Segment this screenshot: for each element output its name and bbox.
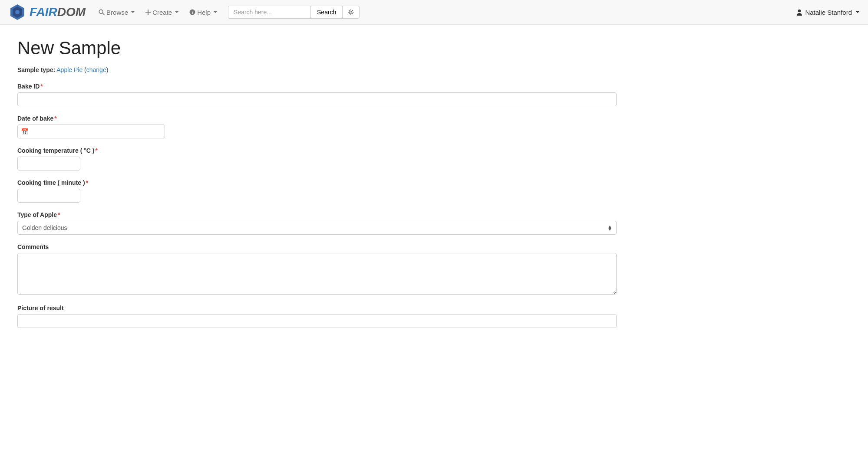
- comments-label: Comments: [17, 243, 617, 250]
- svg-point-3: [99, 10, 103, 13]
- nav-browse-label: Browse: [106, 9, 128, 16]
- type-of-apple-label: Type of Apple*: [17, 211, 617, 218]
- svg-line-15: [352, 13, 353, 14]
- date-of-bake-label: Date of bake*: [17, 115, 617, 122]
- cooking-temperature-label: Cooking temperature ( °C )*: [17, 147, 617, 154]
- field-cooking-time: Cooking time ( minute )*: [17, 179, 617, 203]
- cooking-time-input[interactable]: [17, 189, 80, 203]
- sample-type-label: Sample type:: [17, 66, 55, 73]
- required-marker: *: [96, 147, 98, 154]
- field-bake-id: Bake ID*: [17, 83, 617, 106]
- picture-of-result-input[interactable]: [17, 314, 617, 328]
- caret-down-icon: [856, 11, 859, 13]
- search-settings-button[interactable]: [342, 6, 360, 19]
- cooking-temperature-input[interactable]: [17, 157, 80, 170]
- search-group: Search: [228, 6, 360, 19]
- nav-create[interactable]: Create: [145, 9, 178, 16]
- nav-items: Browse Create i Help: [99, 9, 217, 16]
- field-type-of-apple: Type of Apple* Golden delicious ▲▼: [17, 211, 617, 235]
- bake-id-input[interactable]: [17, 92, 617, 106]
- type-of-apple-select[interactable]: Golden delicious: [17, 221, 617, 235]
- nav-create-label: Create: [152, 9, 172, 16]
- svg-line-14: [349, 10, 350, 11]
- gear-icon: [348, 9, 354, 15]
- required-marker: *: [54, 115, 56, 122]
- main-content: New Sample Sample type: Apple Pie (chang…: [0, 25, 634, 350]
- search-input[interactable]: [228, 6, 310, 19]
- caret-down-icon: [175, 11, 178, 13]
- search-button[interactable]: Search: [310, 6, 342, 19]
- user-menu[interactable]: Natalie Stanford: [796, 9, 859, 16]
- nav-help-label: Help: [197, 9, 211, 16]
- plus-icon: [145, 10, 151, 15]
- user-name: Natalie Stanford: [805, 9, 852, 16]
- sample-type-line: Sample type: Apple Pie (change): [17, 66, 617, 73]
- field-comments: Comments: [17, 243, 617, 296]
- field-picture-of-result: Picture of result: [17, 305, 617, 328]
- navbar: FAIRDOM Browse Create i Help Search: [0, 0, 868, 25]
- fairdom-logo-icon: [9, 3, 26, 21]
- caret-down-icon: [214, 11, 217, 13]
- svg-point-18: [798, 10, 801, 12]
- search-icon: [99, 9, 105, 15]
- svg-line-16: [349, 13, 350, 14]
- cooking-time-label: Cooking time ( minute )*: [17, 179, 617, 186]
- logo-link[interactable]: FAIRDOM: [9, 3, 86, 21]
- field-date-of-bake: Date of bake* 📅: [17, 115, 617, 138]
- svg-line-4: [102, 13, 104, 15]
- nav-help[interactable]: i Help: [189, 9, 217, 16]
- svg-point-2: [15, 10, 20, 14]
- bake-id-label: Bake ID*: [17, 83, 617, 90]
- caret-down-icon: [131, 11, 135, 13]
- required-marker: *: [86, 179, 88, 186]
- field-cooking-temperature: Cooking temperature ( °C )*: [17, 147, 617, 170]
- svg-point-9: [350, 11, 352, 13]
- logo-text-dom: DOM: [57, 5, 86, 19]
- comments-textarea[interactable]: [17, 253, 617, 295]
- page-title: New Sample: [17, 38, 617, 59]
- user-icon: [796, 9, 802, 16]
- required-marker: *: [58, 211, 60, 218]
- change-sample-type-link[interactable]: change: [86, 66, 106, 73]
- calendar-icon: 📅: [21, 128, 28, 135]
- required-marker: *: [40, 83, 43, 90]
- logo-text-fair: FAIR: [30, 5, 57, 19]
- info-icon: i: [189, 9, 195, 15]
- sample-type-link[interactable]: Apple Pie: [56, 66, 83, 73]
- svg-line-17: [352, 10, 353, 11]
- picture-of-result-label: Picture of result: [17, 305, 617, 311]
- nav-browse[interactable]: Browse: [99, 9, 135, 16]
- date-of-bake-input[interactable]: [17, 125, 165, 138]
- svg-text:i: i: [192, 10, 193, 15]
